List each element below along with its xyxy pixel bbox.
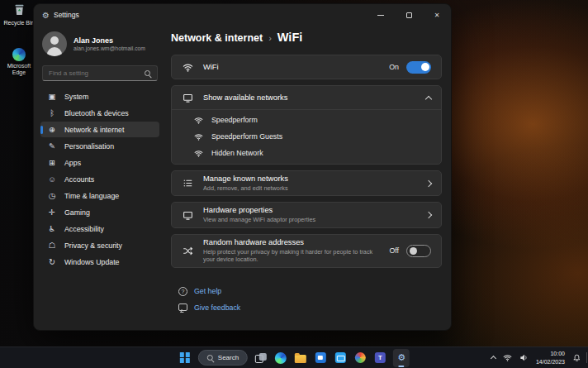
taskbar-clock[interactable]: 10:00 14/02/2023 (536, 350, 565, 366)
wifi-icon (182, 62, 193, 73)
clock-time: 10:00 (550, 350, 565, 357)
windows-logo-icon (179, 352, 190, 363)
chevron-up-icon (425, 95, 432, 102)
maximize-icon (406, 12, 412, 18)
manage-known-networks-row[interactable]: Manage known networks Add, remove, and e… (172, 171, 441, 195)
taskbar-search-label: Search (218, 354, 239, 361)
network-list: Speedperform Speedperform Guests Hidden … (172, 109, 441, 164)
sidebar-item-gaming[interactable]: ✛Gaming (40, 204, 159, 220)
breadcrumb-separator: › (268, 33, 272, 43)
photos-icon (355, 352, 366, 363)
bluetooth-icon: ᛒ (47, 108, 57, 117)
sidebar-item-network-internet[interactable]: ⊕Network & internet (40, 122, 159, 137)
hardware-icon (182, 210, 193, 221)
wifi-label: WiFi (203, 63, 219, 71)
gaming-icon: ✛ (47, 208, 57, 217)
hardware-properties-subtitle: View and manage WiFi adaptor properties (203, 216, 315, 223)
start-button[interactable] (178, 351, 192, 365)
tray-wifi-icon[interactable] (503, 353, 512, 362)
page-title: WiFi (277, 31, 302, 44)
titlebar[interactable]: ⚙ Settings ✕ (34, 4, 451, 26)
hidden-icons-chevron[interactable] (491, 356, 496, 361)
clock-date: 14/02/2023 (536, 358, 565, 366)
edge-icon (12, 48, 26, 61)
sidebar-item-apps[interactable]: ⊞Apps (40, 155, 159, 170)
minimize-icon (377, 15, 384, 16)
system-tray: 10:00 14/02/2023 (491, 347, 588, 368)
taskbar-file-explorer-button[interactable] (294, 351, 307, 365)
user-name: Alan Jones (74, 36, 145, 45)
search-icon (145, 70, 151, 77)
footer-links: ? Get help Give feedback (171, 287, 442, 312)
get-help-link[interactable]: ? Get help (178, 287, 221, 296)
notification-bell-icon[interactable] (572, 353, 581, 362)
teams-icon: T (375, 352, 386, 363)
personalisation-icon: ✎ (47, 141, 57, 151)
random-hardware-addresses-row[interactable]: Random hardware addresses Help protect y… (172, 235, 441, 267)
show-available-networks-label: Show available networks (203, 93, 287, 102)
sidebar-item-system[interactable]: ▣System (40, 88, 159, 104)
close-icon: ✕ (434, 12, 440, 19)
taskbar-mail-button[interactable] (334, 351, 347, 365)
file-explorer-icon (295, 355, 306, 363)
apps-icon: ⊞ (47, 158, 57, 167)
random-addresses-state-label: Off (389, 246, 399, 255)
accounts-icon: ☺ (47, 174, 57, 184)
accessibility-icon: ♿ (47, 224, 57, 233)
privacy-security-icon: ☖ (47, 241, 57, 250)
wifi-state-label: On (389, 63, 399, 71)
close-button[interactable]: ✕ (423, 4, 451, 26)
settings-app-icon: ⚙ (42, 11, 50, 20)
sidebar-item-privacy-security[interactable]: ☖Privacy & security (40, 237, 159, 253)
taskbar-photos-button[interactable] (353, 351, 367, 365)
shuffle-icon (182, 246, 193, 256)
random-hardware-addresses-card: Random hardware addresses Help protect y… (171, 234, 442, 268)
taskbar-edge-button[interactable] (274, 351, 287, 365)
taskbar-search[interactable]: Search (198, 350, 248, 366)
network-item-speedperform-guests[interactable]: Speedperform Guests (172, 128, 441, 145)
manage-known-networks-title: Manage known networks (203, 174, 288, 183)
taskbar-store-button[interactable] (314, 351, 327, 365)
manage-known-networks-card: Manage known networks Add, remove, and e… (171, 170, 442, 196)
breadcrumb-network-internet[interactable]: Network & internet (171, 32, 263, 44)
chevron-right-icon (425, 179, 432, 186)
edge-icon (275, 352, 287, 364)
wifi-toggle-row[interactable]: WiFi On (172, 55, 441, 79)
sidebar-item-accessibility[interactable]: ♿Accessibility (40, 221, 159, 237)
wifi-signal-icon (193, 149, 203, 158)
list-icon (182, 178, 193, 189)
give-feedback-link[interactable]: Give feedback (178, 303, 240, 312)
manage-known-networks-subtitle: Add, remove, and edit networks (203, 184, 288, 192)
wifi-toggle[interactable] (406, 61, 431, 74)
sidebar-item-time-language[interactable]: ◷Time & language (40, 188, 159, 203)
sidebar-item-windows-update[interactable]: ↻Windows Update (40, 254, 159, 270)
taskbar: Search T ⚙ 10:00 14/02/2023 (0, 346, 588, 368)
show-available-networks-row[interactable]: Show available networks (172, 86, 441, 109)
window-title: Settings (54, 11, 79, 19)
window-controls: ✕ (367, 4, 451, 26)
network-icon: ⊕ (47, 125, 57, 134)
chevron-right-icon (425, 212, 432, 218)
taskbar-teams-button[interactable]: T (373, 351, 386, 365)
settings-window: ⚙ Settings ✕ Alan Jones alan.jones.wm@ho… (33, 3, 452, 331)
tray-volume-icon[interactable] (519, 353, 529, 362)
hardware-properties-title: Hardware properties (203, 206, 315, 214)
search-input[interactable] (49, 69, 140, 77)
minimize-button[interactable] (367, 4, 395, 26)
taskbar-settings-button-active[interactable]: ⚙ (393, 349, 410, 367)
settings-search-box[interactable] (42, 65, 158, 81)
network-item-hidden-network[interactable]: Hidden Network (172, 145, 441, 161)
sidebar-item-bluetooth-devices[interactable]: ᛒBluetooth & devices (40, 105, 159, 121)
hardware-properties-row[interactable]: Hardware properties View and manage WiFi… (172, 203, 441, 227)
sidebar-item-accounts[interactable]: ☺Accounts (40, 171, 159, 187)
breadcrumb: Network & internet › WiFi (171, 31, 442, 44)
random-hardware-addresses-subtitle: Help protect your privacy by making it h… (203, 248, 379, 264)
task-view-button[interactable] (254, 351, 268, 365)
sidebar-item-personalisation[interactable]: ✎Personalisation (40, 138, 159, 154)
settings-gear-icon: ⚙ (397, 353, 405, 362)
network-item-speedperform[interactable]: Speedperform (172, 112, 441, 128)
random-addresses-toggle[interactable] (406, 245, 431, 257)
maximize-button[interactable] (395, 4, 423, 26)
mail-icon (335, 352, 346, 363)
user-account[interactable]: Alan Jones alan.jones.wm@hotmail.com (40, 27, 159, 60)
